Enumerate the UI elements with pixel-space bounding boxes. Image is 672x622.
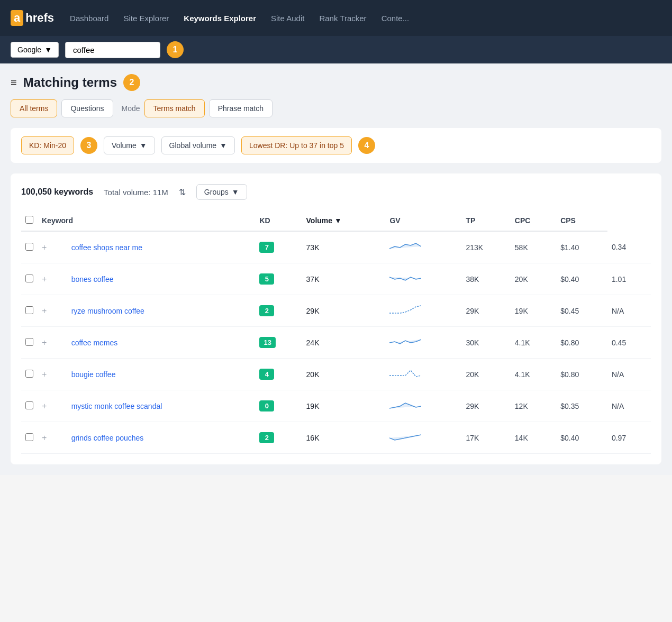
volume-cell: 20K xyxy=(302,359,386,390)
add-cell: + xyxy=(38,359,67,390)
volume-dropdown[interactable]: Volume ▼ xyxy=(104,136,155,154)
sparkline-cell xyxy=(385,422,461,454)
sparkline-cell xyxy=(385,390,461,422)
add-icon[interactable]: + xyxy=(42,370,47,379)
keyword-link[interactable]: coffee memes xyxy=(71,339,118,347)
row-checkbox-cell xyxy=(21,390,38,422)
volume-cell: 73K xyxy=(302,231,386,263)
add-cell: + xyxy=(38,390,67,422)
nav-site-explorer[interactable]: Site Explorer xyxy=(123,14,169,23)
table-row: + coffee memes 13 24K 30K 4.1K $0.80 0.4… xyxy=(21,327,651,359)
tab-all-terms[interactable]: All terms xyxy=(11,99,57,117)
sparkline-cell xyxy=(385,359,461,390)
nav-dashboard[interactable]: Dashboard xyxy=(70,14,108,23)
gv-cell: 30K xyxy=(462,327,511,359)
tab-phrase-match[interactable]: Phrase match xyxy=(209,99,273,117)
filters-section: KD: Min-20 3 Volume ▼ Global volume ▼ Lo… xyxy=(11,128,661,163)
row-checkbox-5[interactable] xyxy=(25,401,33,409)
keywords-count: 100,050 keywords xyxy=(21,187,93,197)
volume-cell: 24K xyxy=(302,327,386,359)
cpc-cell: $0.40 xyxy=(556,263,607,295)
select-all-header xyxy=(21,211,38,231)
kd-cell: 2 xyxy=(255,422,302,454)
volume-column-header[interactable]: Volume ▼ xyxy=(302,211,386,231)
kd-filter-btn[interactable]: KD: Min-20 xyxy=(21,136,74,154)
section-header: ≡ Matching terms 2 xyxy=(11,74,661,91)
hamburger-icon[interactable]: ≡ xyxy=(11,77,17,89)
kd-cell: 2 xyxy=(255,295,302,327)
row-checkbox-2[interactable] xyxy=(25,306,33,314)
main-nav: Dashboard Site Explorer Keywords Explore… xyxy=(70,14,409,23)
row-checkbox-cell xyxy=(21,231,38,263)
nav-keywords-explorer[interactable]: Keywords Explorer xyxy=(184,14,256,23)
kd-badge: 7 xyxy=(259,242,274,253)
gv-column-header: GV xyxy=(385,211,461,231)
keyword-link[interactable]: bougie coffee xyxy=(71,370,116,379)
tab-questions[interactable]: Questions xyxy=(61,99,113,117)
keyword-cell: grinds coffee pouches xyxy=(67,422,256,454)
add-icon[interactable]: + xyxy=(42,275,47,283)
header: a hrefs Dashboard Site Explorer Keywords… xyxy=(0,0,672,36)
keyword-cell: mystic monk coffee scandal xyxy=(67,390,256,422)
search-engine-label: Google xyxy=(17,45,41,54)
keyword-link[interactable]: grinds coffee pouches xyxy=(71,434,144,442)
global-volume-dropdown[interactable]: Global volume ▼ xyxy=(161,136,235,154)
add-cell: + xyxy=(38,231,67,263)
tp-cell: 20K xyxy=(511,263,556,295)
keyword-link[interactable]: bones coffee xyxy=(71,275,114,283)
keywords-section: 100,050 keywords Total volume: 11M ⇅ Gro… xyxy=(11,173,661,464)
cpc-cell: $1.40 xyxy=(556,231,607,263)
select-all-checkbox[interactable] xyxy=(25,216,33,224)
nav-rank-tracker[interactable]: Rank Tracker xyxy=(319,14,366,23)
chevron-down-icon: ▼ xyxy=(232,188,239,196)
filter-bar: All terms Questions Mode Terms match Phr… xyxy=(11,99,661,117)
volume-cell: 37K xyxy=(302,263,386,295)
volume-cell: 19K xyxy=(302,390,386,422)
add-icon[interactable]: + xyxy=(42,338,47,347)
search-input[interactable] xyxy=(65,42,160,58)
keyword-cell: ryze mushroom coffee xyxy=(67,295,256,327)
cpc-cell: $0.35 xyxy=(556,390,607,422)
filters-icon[interactable]: ⇅ xyxy=(179,187,186,197)
kd-cell: 5 xyxy=(255,263,302,295)
table-row: + bones coffee 5 37K 38K 20K $0.40 1.01 xyxy=(21,263,651,295)
add-icon[interactable]: + xyxy=(42,401,47,410)
groups-dropdown[interactable]: Groups ▼ xyxy=(196,184,247,200)
keyword-link[interactable]: coffee shops near me xyxy=(71,243,142,252)
add-icon[interactable]: + xyxy=(42,306,47,315)
cpc-cell: $0.45 xyxy=(556,295,607,327)
row-checkbox-0[interactable] xyxy=(25,243,33,251)
row-checkbox-6[interactable] xyxy=(25,433,33,441)
nav-content[interactable]: Conte... xyxy=(382,14,410,23)
table-row: + bougie coffee 4 20K 20K 4.1K $0.80 N/A xyxy=(21,359,651,390)
volume-cell: 29K xyxy=(302,295,386,327)
add-icon[interactable]: + xyxy=(42,433,47,442)
logo-text: hrefs xyxy=(25,11,54,25)
keyword-link[interactable]: ryze mushroom coffee xyxy=(71,307,144,315)
kd-badge: 2 xyxy=(259,432,274,443)
row-checkbox-cell xyxy=(21,359,38,390)
keyword-cell: bougie coffee xyxy=(67,359,256,390)
row-checkbox-1[interactable] xyxy=(25,275,33,282)
gv-cell: 29K xyxy=(462,390,511,422)
search-engine-dropdown[interactable]: Google ▼ xyxy=(11,42,59,58)
kd-badge: 2 xyxy=(259,305,274,316)
row-checkbox-4[interactable] xyxy=(25,370,33,378)
add-icon[interactable]: + xyxy=(42,243,47,252)
keyword-link[interactable]: mystic monk coffee scandal xyxy=(71,402,162,410)
nav-site-audit[interactable]: Site Audit xyxy=(271,14,304,23)
mode-label: Mode xyxy=(122,104,140,113)
dr-filter-btn[interactable]: Lowest DR: Up to 37 in top 5 xyxy=(241,136,352,154)
keyword-cell: coffee memes xyxy=(67,327,256,359)
row-checkbox-cell xyxy=(21,327,38,359)
gv-cell: 213K xyxy=(462,231,511,263)
kd-cell: 13 xyxy=(255,327,302,359)
tp-cell: 12K xyxy=(511,390,556,422)
cps-cell: 0.97 xyxy=(607,422,651,454)
tab-terms-match[interactable]: Terms match xyxy=(144,99,205,117)
kd-cell: 4 xyxy=(255,359,302,390)
row-checkbox-3[interactable] xyxy=(25,338,33,346)
gv-cell: 38K xyxy=(462,263,511,295)
tp-cell: 4.1K xyxy=(511,327,556,359)
cps-cell: 0.45 xyxy=(607,327,651,359)
